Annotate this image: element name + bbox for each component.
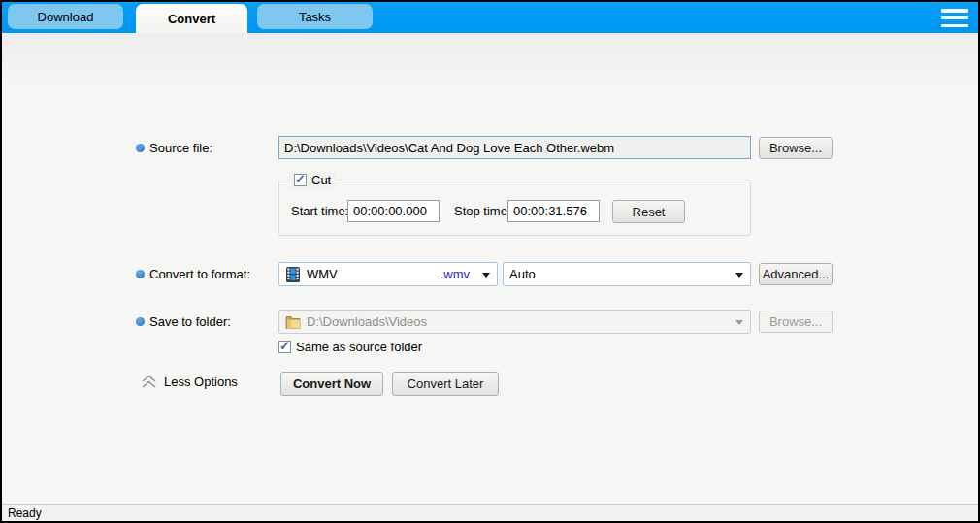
status-bar: Ready <box>2 504 978 521</box>
folder-browse-button: Browse... <box>759 311 833 333</box>
double-chevron-up-icon <box>141 375 157 389</box>
stop-time-label: Stop time: <box>454 204 511 218</box>
tab-tasks[interactable]: Tasks <box>257 4 373 29</box>
quality-combobox[interactable]: Auto <box>503 262 751 286</box>
tab-download-label: Download <box>38 10 94 24</box>
convert-later-button[interactable]: Convert Later <box>392 372 499 396</box>
convert-format-label: Convert to format: <box>149 267 250 281</box>
format-combobox[interactable]: WMV .wmv <box>278 262 498 286</box>
source-file-label: Source file: <box>149 141 212 155</box>
bullet-icon <box>136 270 145 278</box>
tab-tasks-label: Tasks <box>299 10 331 24</box>
app-window: Download Convert Tasks Source file: Brow… <box>0 0 980 523</box>
save-folder-label: Save to folder: <box>149 314 231 329</box>
source-browse-button[interactable]: Browse... <box>759 137 833 159</box>
advanced-button[interactable]: Advanced... <box>759 263 833 285</box>
save-folder-combobox: D:\Downloads\Videos <box>278 310 751 334</box>
start-time-input[interactable] <box>347 200 440 222</box>
quality-value: Auto <box>509 267 536 281</box>
save-folder-path: D:\Downloads\Videos <box>307 314 427 329</box>
same-as-source-row[interactable]: Same as source folder <box>278 340 422 354</box>
convert-now-button[interactable]: Convert Now <box>280 372 383 396</box>
cut-legend: Cut <box>289 172 336 188</box>
cut-checkbox[interactable] <box>294 174 307 186</box>
convert-panel: Source file: Browse... Cut Start time: S… <box>2 33 978 504</box>
tab-download[interactable]: Download <box>8 4 123 29</box>
cut-label: Cut <box>311 173 331 187</box>
format-name: WMV <box>307 267 338 281</box>
less-options-label: Less Options <box>164 375 238 389</box>
folder-icon <box>285 315 301 329</box>
reset-button[interactable]: Reset <box>612 200 685 223</box>
cut-group: Cut Start time: Stop time: Reset <box>278 180 751 236</box>
hamburger-menu-icon[interactable] <box>941 9 968 27</box>
top-tab-bar: Download Convert Tasks <box>2 2 978 33</box>
bullet-icon <box>136 144 145 152</box>
format-extension: .wmv <box>441 267 475 281</box>
tab-convert[interactable]: Convert <box>136 4 247 33</box>
source-file-input[interactable] <box>278 136 751 159</box>
bullet-icon <box>136 317 145 326</box>
stop-time-input[interactable] <box>507 200 600 222</box>
video-format-icon <box>285 267 301 282</box>
start-time-label: Start time: <box>291 204 348 218</box>
status-text: Ready <box>8 507 42 520</box>
chevron-down-icon <box>735 273 743 278</box>
less-options-toggle[interactable]: Less Options <box>141 375 238 389</box>
same-as-source-label: Same as source folder <box>296 340 422 354</box>
same-as-source-checkbox[interactable] <box>278 341 291 353</box>
chevron-down-icon <box>735 320 743 325</box>
tab-convert-label: Convert <box>168 12 215 26</box>
chevron-down-icon <box>482 273 490 278</box>
